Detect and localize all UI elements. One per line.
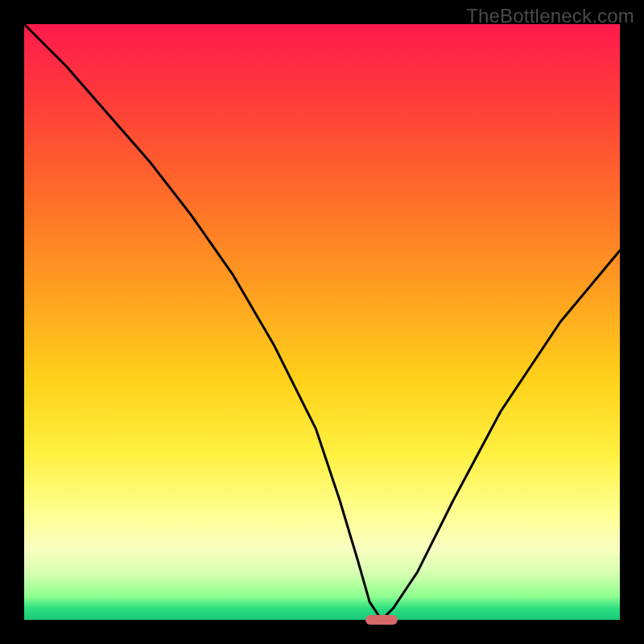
chart-frame: TheBottleneck.com — [0, 0, 644, 644]
plot-area — [24, 24, 620, 620]
bottleneck-curve — [24, 24, 620, 620]
optimum-marker — [365, 615, 398, 625]
